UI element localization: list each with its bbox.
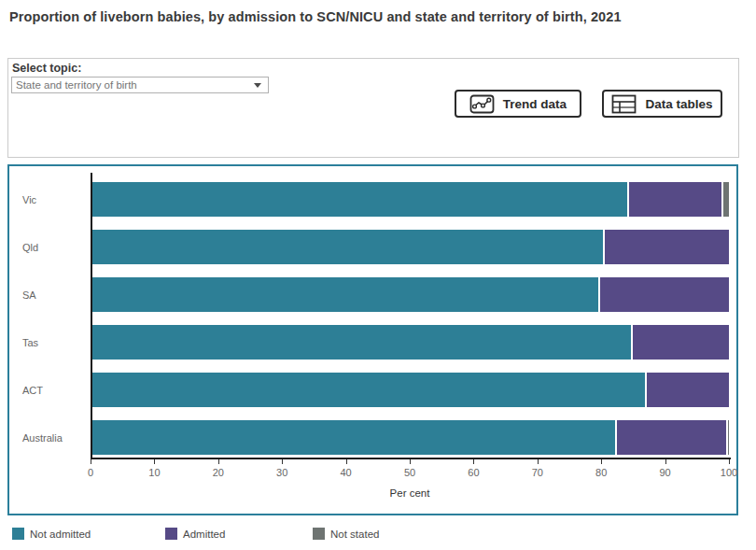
legend-item[interactable]: Not admitted <box>12 528 91 540</box>
legend-item[interactable]: Admitted <box>165 528 225 540</box>
bar-row <box>91 420 729 455</box>
category-label: Qld <box>22 242 38 253</box>
legend: Not admittedAdmittedNot stated <box>0 524 756 546</box>
x-axis-tick-label: 50 <box>404 467 415 478</box>
data-tables-button[interactable]: Data tables <box>602 90 722 118</box>
topic-dropdown[interactable]: State and territory of birth <box>11 77 269 93</box>
x-axis-tick <box>346 459 347 464</box>
bar-segment-admitted[interactable] <box>603 230 729 264</box>
x-axis-tick <box>538 459 539 464</box>
select-topic-label: Select topic: <box>12 62 81 75</box>
legend-item[interactable]: Not stated <box>313 528 379 540</box>
controls-panel: Select topic: State and territory of bir… <box>7 58 739 158</box>
trend-chart-icon <box>469 94 495 114</box>
x-axis-tick-label: 90 <box>659 467 670 478</box>
bar-segment-not-stated[interactable] <box>726 420 729 455</box>
bar-segment-admitted[interactable] <box>645 373 729 407</box>
bar-segment-not-admitted[interactable] <box>91 325 631 360</box>
x-axis-tick <box>601 459 602 464</box>
x-axis-tick-label: 60 <box>468 467 479 478</box>
x-axis-tick <box>473 459 474 464</box>
bar-segment-not-admitted[interactable] <box>91 230 603 264</box>
legend-swatch <box>165 528 177 540</box>
category-label: Vic <box>22 194 36 205</box>
page-title: Proportion of liveborn babies, by admiss… <box>9 9 747 24</box>
legend-swatch <box>12 528 24 540</box>
topic-dropdown-value: State and territory of birth <box>12 79 254 91</box>
category-label: ACT <box>22 385 43 396</box>
x-axis-line <box>91 458 731 459</box>
bar-segment-not-admitted[interactable] <box>91 420 615 455</box>
bar-row <box>91 230 729 264</box>
legend-label: Not admitted <box>30 529 91 540</box>
x-axis-tick <box>218 459 219 464</box>
bar-segment-admitted[interactable] <box>615 420 726 455</box>
category-label: Tas <box>22 337 38 348</box>
x-axis-tick <box>729 459 730 464</box>
x-axis-tick-label: 70 <box>532 467 543 478</box>
bar-segment-not-admitted[interactable] <box>91 373 645 407</box>
bar-row <box>91 182 729 217</box>
trend-data-button[interactable]: Trend data <box>455 90 581 118</box>
trend-data-button-label: Trend data <box>503 97 567 111</box>
x-axis-tick-label: 30 <box>276 467 287 478</box>
legend-label: Admitted <box>183 529 225 540</box>
bar-segment-not-admitted[interactable] <box>91 277 598 312</box>
legend-label: Not stated <box>330 529 379 540</box>
bar-segment-admitted[interactable] <box>631 325 729 360</box>
x-axis-tick <box>282 459 283 464</box>
category-label: SA <box>22 289 36 301</box>
category-label: Australia <box>22 432 63 444</box>
x-axis-tick-label: 10 <box>148 467 160 478</box>
x-axis-tick-label: 20 <box>213 467 224 478</box>
x-axis-tick <box>154 459 155 464</box>
x-axis-tick <box>665 459 666 464</box>
bar-segment-not-admitted[interactable] <box>91 182 627 217</box>
chevron-down-icon <box>254 83 261 88</box>
bar-segment-admitted[interactable] <box>598 277 729 312</box>
bar-row <box>91 325 729 360</box>
x-axis-tick <box>410 459 411 464</box>
x-axis-tick <box>91 459 91 464</box>
x-axis-tick-label: 0 <box>88 467 93 478</box>
x-axis-tick-label: 80 <box>595 467 607 478</box>
bar-row <box>91 373 729 407</box>
x-axis-tick-label: 40 <box>340 467 351 478</box>
bar-segment-admitted[interactable] <box>627 182 721 217</box>
legend-swatch <box>313 528 325 540</box>
data-tables-button-label: Data tables <box>645 97 712 111</box>
bar-segment-not-stated[interactable] <box>721 182 729 217</box>
x-axis-tick-label: 100 <box>721 467 737 478</box>
table-icon <box>611 94 637 114</box>
x-axis-title: Per cent <box>91 487 729 499</box>
y-axis-line <box>91 173 92 458</box>
chart-panel: VicQldSATasACTAustralia 0102030405060708… <box>7 164 738 515</box>
bar-row <box>91 277 729 312</box>
